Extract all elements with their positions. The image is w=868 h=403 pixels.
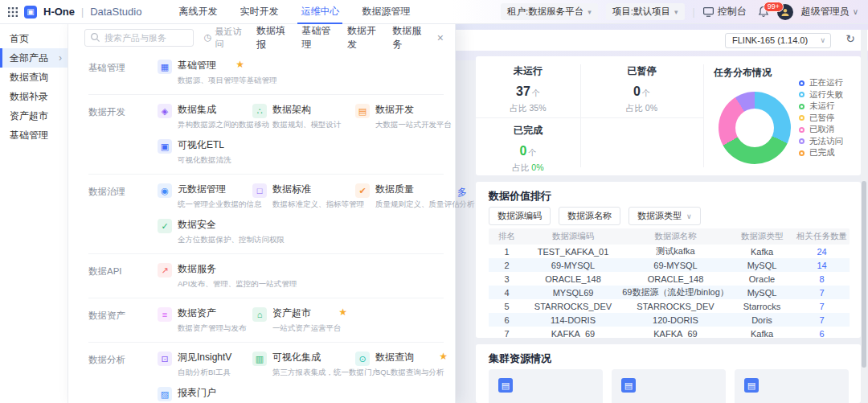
table-cell: 4 bbox=[489, 288, 525, 298]
project-selector[interactable]: 项目:默认项目 ▾ bbox=[606, 3, 685, 20]
sidebar-item-数据补录[interactable]: 数据补录 bbox=[0, 87, 68, 106]
menu-section-基础管理: 基础管理▦基础管理数据源、项目管理等基础管理★ bbox=[88, 51, 444, 95]
recent-quick-links: 数据填报基础管理数据开发数据服务 bbox=[256, 24, 427, 51]
sidebar-item-全部产品[interactable]: 全部产品› bbox=[0, 48, 68, 68]
table-row[interactable]: 4MYSQL6969数据源（流处理/binlog）MySQL7 bbox=[489, 286, 850, 299]
sidebar-item-资产超市[interactable]: 资产超市 bbox=[0, 106, 68, 125]
apps-grid-icon[interactable] bbox=[8, 7, 18, 17]
favorite-star-icon[interactable]: ★ bbox=[235, 59, 244, 70]
stat-label: 未运行 bbox=[476, 64, 580, 78]
menu-item-数据开发[interactable]: ▤数据开发大数据一站式开发平台 bbox=[350, 104, 451, 130]
data-value-ranking-card: 数据价值排行 数据源编码数据源名称数据源类型∨ 排名数据源编码数据源名称数据源类… bbox=[476, 182, 861, 338]
brand-divider: | bbox=[81, 6, 84, 18]
product-name: DataStudio bbox=[90, 6, 141, 18]
menu-item-title: 基础管理 bbox=[178, 60, 277, 71]
mega-menu-sections: 基础管理▦基础管理数据源、项目管理等基础管理★数据开发◈数据集成异构数据源之间的… bbox=[68, 51, 455, 403]
quick-link-数据服务[interactable]: 数据服务 bbox=[392, 24, 426, 51]
stat-paused: 已暂停 0个 占比 0% bbox=[580, 64, 703, 114]
page-scrollbar[interactable] bbox=[861, 30, 867, 403]
stat-label: 已暂停 bbox=[580, 64, 703, 78]
table-row[interactable]: 6114-DORIS120-DORISDoris7 bbox=[489, 313, 850, 327]
filter-chip-label: 数据源名称 bbox=[567, 210, 612, 222]
table-cell: 1 bbox=[489, 247, 525, 257]
filter-chip-数据源编码[interactable]: 数据源编码 bbox=[489, 207, 551, 225]
close-icon[interactable]: × bbox=[437, 31, 444, 44]
menu-item-数据质量[interactable]: ✔数据质量质量规则定义、质量评估分析 bbox=[350, 183, 451, 210]
menu-item-可视化集成[interactable]: ▥可视化集成第三方报表集成，统一数据门户 bbox=[248, 352, 350, 378]
filter-chip-数据源名称[interactable]: 数据源名称 bbox=[559, 207, 620, 225]
table-cell: Kafka bbox=[730, 247, 794, 257]
product-icon: ▦ bbox=[158, 60, 172, 74]
menu-item-数据资产[interactable]: ≡数据资产数据资产管理与发布 bbox=[153, 307, 248, 334]
sidebar-item-label: 数据补录 bbox=[10, 91, 48, 102]
menu-item-资产超市[interactable]: ⌂资产超市一站式资产运营平台★ bbox=[248, 307, 350, 334]
project-label: 项目:默认项目 bbox=[612, 6, 670, 18]
table-row[interactable]: 1TEST_KAFKA_01测试kafkaKafka24 bbox=[489, 245, 850, 258]
menu-category-label: 数据治理 bbox=[88, 183, 153, 245]
cluster-resource-item-2[interactable]: ▤ bbox=[612, 369, 726, 403]
cluster-resource-item-1[interactable]: ▤ bbox=[489, 369, 603, 403]
menu-item-text: 数据安全全方位数据保护、控制访问权限 bbox=[178, 219, 285, 245]
menu-item-数据标准[interactable]: □数据标准数据标准定义、指标等管理 bbox=[248, 183, 350, 210]
column-header: 数据源类型 bbox=[730, 231, 794, 242]
user-menu[interactable]: 超级管理员 ∨ bbox=[801, 5, 858, 19]
nav-tab-离线开发[interactable]: 离线开发 bbox=[167, 0, 228, 24]
sidebar-item-首页[interactable]: 首页 bbox=[0, 29, 68, 48]
task-distribution-donut bbox=[719, 92, 791, 164]
menu-item-报表门户[interactable]: ▨报表门户可视化报表挂载门户 bbox=[153, 387, 248, 403]
engine-select-value: FLINK-165 (1.14.0) bbox=[732, 35, 808, 45]
nav-tab-实时开发[interactable]: 实时开发 bbox=[228, 0, 289, 24]
product-icon: ▣ bbox=[158, 139, 172, 154]
legend-item-已暂停: 已暂停 bbox=[799, 113, 843, 125]
menu-item-元数据管理[interactable]: ◉元数据管理统一管理企业数据的信息 bbox=[153, 183, 248, 210]
favorite-star-icon[interactable]: ★ bbox=[338, 306, 347, 318]
sidebar-item-基础管理[interactable]: 基础管理 bbox=[0, 125, 68, 145]
console-button[interactable]: 控制台 bbox=[703, 5, 747, 19]
table-cell: 3 bbox=[489, 274, 525, 284]
menu-item-desc: API发布、管理、监控的一站式管理 bbox=[178, 279, 297, 290]
menu-item-可视化ETL[interactable]: ▣可视化ETL可视化数据清洗 bbox=[153, 139, 248, 166]
menu-item-text: 报表门户可视化报表挂载门户 bbox=[178, 387, 247, 403]
table-cell: STARROCKS_DEV bbox=[621, 302, 730, 311]
refresh-icon[interactable]: ↻ bbox=[845, 32, 855, 45]
filter-chip-数据源类型[interactable]: 数据源类型∨ bbox=[628, 207, 701, 225]
table-row[interactable]: 3ORACLE_148ORACLE_148Oracle8 bbox=[489, 272, 850, 286]
cluster-resource-item-3[interactable]: ▤ bbox=[735, 369, 849, 403]
stat-ratio: 占比 0% bbox=[580, 103, 703, 114]
search-input[interactable] bbox=[84, 29, 194, 47]
table-row[interactable]: 269-MYSQL69-MYSQLMySQL14 bbox=[489, 258, 850, 272]
quick-link-数据填报[interactable]: 数据填报 bbox=[256, 24, 290, 51]
menu-item-洞见InsightV[interactable]: ⊡洞见InsightV自助分析BI工具 bbox=[153, 352, 248, 378]
legend-item-已完成: 已完成 bbox=[799, 147, 843, 159]
menu-item-row: ≡数据资产数据资产管理与发布⌂资产超市一站式资产运营平台★ bbox=[153, 307, 451, 334]
chevron-right-icon: › bbox=[59, 48, 62, 68]
menu-item-数据服务[interactable]: ↗数据服务API发布、管理、监控的一站式管理 bbox=[153, 263, 248, 290]
legend-item-已取消: 已取消 bbox=[799, 124, 843, 136]
quick-link-基础管理[interactable]: 基础管理 bbox=[301, 24, 335, 51]
engine-select[interactable]: FLINK-165 (1.14.0) ∨ bbox=[725, 33, 831, 48]
legend-marker bbox=[799, 104, 805, 109]
menu-item-text: 数据架构数据规划、模型设计 bbox=[272, 104, 342, 130]
product-icon: ⌂ bbox=[252, 307, 267, 322]
legend-item-正在运行: 正在运行 bbox=[799, 77, 843, 89]
donut-chart-title: 任务分布情况 bbox=[714, 66, 772, 80]
nav-tab-数据源管理[interactable]: 数据源管理 bbox=[350, 0, 421, 24]
table-row[interactable]: 5STARROCKS_DEVSTARROCKS_DEVStarrocks7 bbox=[489, 299, 850, 313]
menu-item-数据架构[interactable]: ∴数据架构数据规划、模型设计 bbox=[248, 104, 350, 130]
favorite-star-icon[interactable]: ★ bbox=[439, 351, 448, 362]
menu-item-基础管理[interactable]: ▦基础管理数据源、项目管理等基础管理★ bbox=[153, 60, 248, 86]
tenant-label: 租户:数据服务平台 bbox=[507, 6, 583, 18]
product-icon: ◉ bbox=[158, 183, 172, 198]
sidebar-item-数据查询[interactable]: 数据查询 bbox=[0, 68, 68, 87]
product-icon: ✓ bbox=[158, 219, 172, 233]
scrollbar-thumb[interactable] bbox=[862, 181, 866, 368]
nav-tab-运维中心[interactable]: 运维中心 bbox=[289, 0, 350, 24]
menu-item-数据安全[interactable]: ✓数据安全全方位数据保护、控制访问权限 bbox=[153, 219, 248, 245]
menu-item-text: 数据资产数据资产管理与发布 bbox=[178, 307, 247, 334]
notifications-button[interactable]: 99+ bbox=[758, 6, 769, 18]
menu-item-数据查询[interactable]: ⊙数据查询SQL数据查询与分析★ bbox=[350, 352, 451, 378]
tenant-selector[interactable]: 租户:数据服务平台 ▾ bbox=[501, 3, 598, 20]
table-row[interactable]: 7KAFKA_69KAFKA_69Kafka6 bbox=[489, 327, 850, 338]
menu-item-数据集成[interactable]: ◈数据集成异构数据源之间的数据移动 bbox=[153, 104, 248, 130]
quick-link-数据开发[interactable]: 数据开发 bbox=[347, 24, 381, 51]
